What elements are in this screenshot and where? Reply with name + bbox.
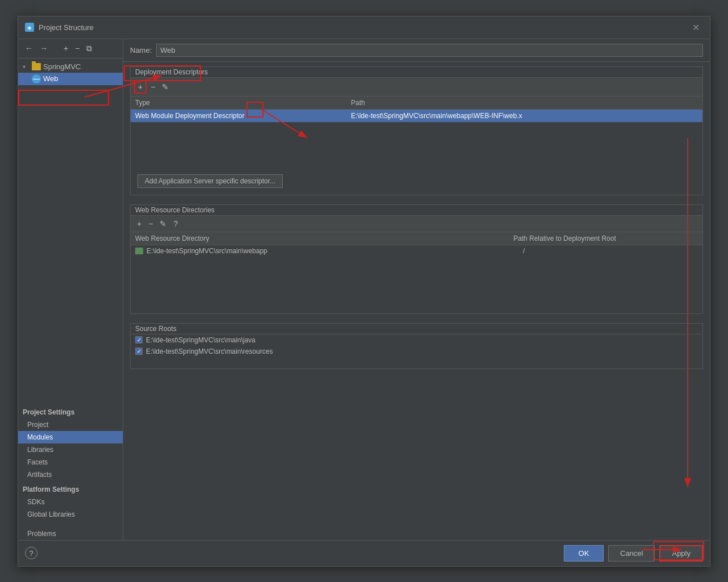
name-input[interactable]	[156, 44, 703, 57]
sidebar-item-modules[interactable]: Modules	[18, 431, 123, 443]
project-settings-header: Project Settings	[18, 404, 123, 418]
sidebar-item-sdks[interactable]: SDKs	[18, 496, 123, 508]
tree-item-label: SpringMVC	[43, 62, 81, 71]
close-button[interactable]: ✕	[689, 21, 703, 34]
sidebar-item-libraries[interactable]: Libraries	[18, 443, 123, 456]
web-resource-header: Web Resource Directories	[131, 205, 702, 216]
tree-arrow-icon: ▾	[23, 64, 30, 70]
web-resource-folder-icon	[135, 248, 143, 254]
title-bar: ◈ Project Structure ✕	[18, 16, 710, 39]
dd-path-header: Path	[346, 97, 702, 109]
dd-type-cell: Web Module Deployment Descriptor	[131, 110, 346, 122]
wr-dir-value: E:\lde-test\SpringMVC\src\main\webapp	[147, 247, 497, 255]
source-root-checkbox-java[interactable]	[135, 336, 143, 344]
web-resource-row[interactable]: E:\lde-test\SpringMVC\src\main\webapp /	[131, 245, 702, 257]
web-resource-toolbar: + − ✎ ?	[131, 216, 702, 232]
sidebar-item-artifacts[interactable]: Artifacts	[18, 468, 123, 481]
dd-type-header: Type	[131, 97, 346, 109]
add-module-button[interactable]: +	[61, 43, 70, 54]
dialog-title: Project Structure	[39, 23, 94, 32]
wr-relpath-value: /	[500, 247, 698, 255]
table-row[interactable]: Web Module Deployment Descriptor E:\lde-…	[131, 110, 702, 122]
web-icon	[32, 74, 41, 83]
dd-table-header: Type Path	[131, 97, 702, 110]
platform-settings-header: Platform Settings	[18, 481, 123, 496]
source-root-checkbox-resources[interactable]	[135, 347, 143, 355]
sidebar-item-facets[interactable]: Facets	[18, 456, 123, 468]
sidebar: ← → + − ⧉ ▾ SpringMVC Web	[18, 39, 123, 540]
module-tree: ▾ SpringMVC Web	[18, 58, 123, 404]
name-label: Name:	[130, 46, 152, 55]
wr-dir-header: Web Resource Directory	[131, 232, 509, 245]
dialog-actions: OK Cancel Apply	[564, 545, 703, 562]
source-roots-section: Source Roots E:\lde-test\SpringMVC\src\m…	[130, 323, 703, 369]
remove-module-button[interactable]: −	[73, 43, 82, 54]
bottom-bar: ? OK Cancel Apply	[18, 540, 710, 566]
sidebar-toolbar: ← → + − ⧉	[18, 39, 123, 58]
source-roots-header: Source Roots	[131, 324, 702, 334]
tree-item-web-label: Web	[43, 74, 58, 83]
nav-forward-button[interactable]: →	[37, 43, 50, 54]
dd-remove-button[interactable]: −	[148, 81, 158, 93]
wr-remove-button[interactable]: −	[145, 218, 156, 229]
wr-table-header: Web Resource Directory Path Relative to …	[131, 232, 702, 245]
wr-relpath-header: Path Relative to Deployment Root	[509, 232, 702, 245]
tree-item-springmvc[interactable]: ▾ SpringMVC	[18, 61, 123, 73]
deployment-descriptors-section: Deployment Descriptors + − ✎ Type Path	[130, 66, 703, 195]
app-icon: ◈	[25, 23, 34, 32]
wr-add-button[interactable]: +	[134, 218, 144, 229]
help-button[interactable]: ?	[25, 547, 37, 559]
nav-back-button[interactable]: ←	[23, 43, 35, 54]
sidebar-item-problems[interactable]: Problems	[18, 527, 123, 540]
add-server-descriptor-button[interactable]: Add Application Server specific descript…	[137, 174, 283, 188]
ok-button[interactable]: OK	[564, 545, 604, 562]
apply-button[interactable]: Apply	[659, 545, 703, 562]
sidebar-item-project[interactable]: Project	[18, 418, 123, 431]
source-root-path-java: E:\lde-test\SpringMVC\src\main\java	[146, 336, 256, 344]
deployment-descriptors-header: Deployment Descriptors	[131, 67, 702, 78]
folder-icon	[32, 63, 41, 70]
copy-module-button[interactable]: ⧉	[84, 43, 94, 55]
wr-help-button[interactable]: ?	[170, 218, 181, 229]
source-root-row-java[interactable]: E:\lde-test\SpringMVC\src\main\java	[131, 334, 702, 346]
dd-add-button[interactable]: +	[134, 80, 147, 94]
wr-edit-button[interactable]: ✎	[157, 218, 169, 229]
deployment-toolbar: + − ✎	[131, 78, 702, 97]
web-resource-section: Web Resource Directories + − ✎ ? Web Res…	[130, 204, 703, 314]
tree-item-web[interactable]: Web	[18, 73, 123, 85]
dd-edit-button[interactable]: ✎	[159, 81, 171, 93]
main-panel: Name: Deployment Descriptors + − ✎	[123, 39, 710, 540]
source-root-path-resources: E:\lde-test\SpringMVC\src\main\resources	[146, 347, 273, 355]
dd-path-cell: E:\lde-test\SpringMVC\src\main\webapp\WE…	[346, 110, 702, 122]
sidebar-item-global-libraries[interactable]: Global Libraries	[18, 508, 123, 521]
cancel-button[interactable]: Cancel	[608, 545, 655, 562]
name-row: Name:	[123, 39, 710, 62]
source-root-row-resources[interactable]: E:\lde-test\SpringMVC\src\main\resources	[131, 346, 702, 357]
